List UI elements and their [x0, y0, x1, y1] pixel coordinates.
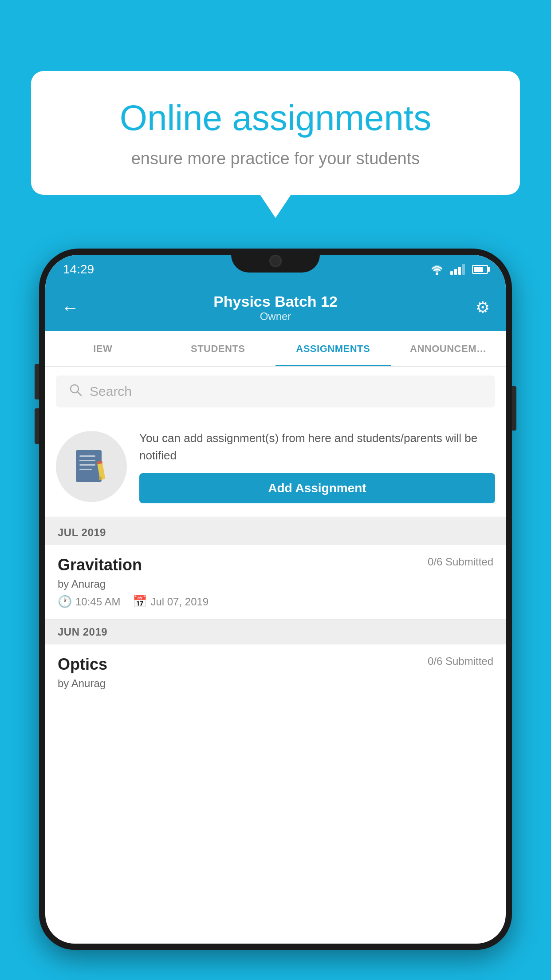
power-button	[512, 386, 516, 431]
notebook-circle	[56, 431, 127, 502]
status-icons	[429, 263, 488, 276]
assignment-author-optics: by Anurag	[58, 677, 493, 690]
speech-bubble: Online assignments ensure more practice …	[31, 71, 520, 195]
svg-point-0	[436, 273, 438, 275]
section-header-jul: JUL 2019	[45, 520, 506, 545]
tabs-bar: IEW STUDENTS ASSIGNMENTS ANNOUNCEM…	[45, 331, 506, 367]
header-title: Physics Batch 12	[213, 293, 338, 310]
assignment-top-optics: Optics 0/6 Submitted	[58, 655, 493, 674]
svg-rect-7	[79, 469, 92, 470]
phone-mockup: 14:29	[39, 249, 512, 980]
clock-icon: 🕐	[58, 595, 72, 609]
calendar-icon: 📅	[133, 595, 147, 609]
section-header-jun: JUN 2019	[45, 620, 506, 644]
assignment-time: 10:45 AM	[75, 596, 120, 608]
tab-announcements[interactable]: ANNOUNCEM…	[391, 331, 506, 366]
promo-section: Online assignments ensure more practice …	[31, 71, 520, 195]
submitted-count-optics: 0/6 Submitted	[428, 655, 493, 668]
status-time: 14:29	[63, 262, 94, 277]
add-assignment-button[interactable]: Add Assignment	[139, 473, 495, 503]
phone-outer: 14:29	[39, 249, 512, 950]
tab-iew[interactable]: IEW	[45, 331, 161, 366]
header-subtitle: Owner	[213, 310, 338, 323]
tab-assignments[interactable]: ASSIGNMENTS	[276, 331, 391, 366]
submitted-count: 0/6 Submitted	[428, 556, 493, 568]
header-center: Physics Batch 12 Owner	[213, 293, 338, 323]
app-header: ← Physics Batch 12 Owner ⚙	[45, 284, 506, 331]
phone-notch	[231, 249, 320, 273]
battery-icon	[472, 265, 488, 274]
search-container: Search	[45, 367, 506, 416]
add-assignment-description: You can add assignment(s) from here and …	[139, 430, 495, 464]
assignment-top: Gravitation 0/6 Submitted	[58, 556, 493, 574]
svg-rect-4	[79, 455, 95, 457]
signal-icon	[450, 264, 465, 275]
search-bar[interactable]: Search	[56, 375, 495, 407]
settings-icon[interactable]: ⚙	[476, 298, 490, 317]
search-icon	[68, 383, 83, 400]
assignment-gravitation[interactable]: Gravitation 0/6 Submitted by Anurag 🕐 10…	[45, 545, 506, 620]
notebook-icon	[71, 447, 111, 486]
search-placeholder: Search	[90, 384, 132, 399]
tab-students[interactable]: STUDENTS	[161, 331, 276, 366]
assignment-date: Jul 07, 2019	[150, 596, 209, 608]
assignment-name: Gravitation	[58, 556, 142, 574]
svg-rect-6	[79, 464, 95, 466]
time-meta: 🕐 10:45 AM	[58, 595, 120, 609]
add-assignment-content: You can add assignment(s) from here and …	[139, 430, 495, 503]
svg-line-2	[78, 392, 81, 395]
svg-rect-5	[79, 460, 95, 461]
assignment-name-optics: Optics	[58, 655, 107, 674]
add-assignment-section: You can add assignment(s) from here and …	[45, 416, 506, 520]
assignment-author: by Anurag	[58, 578, 493, 590]
phone-screen: 14:29	[45, 255, 506, 944]
promo-title: Online assignments	[62, 98, 489, 138]
date-meta: 📅 Jul 07, 2019	[133, 595, 209, 609]
assignment-optics[interactable]: Optics 0/6 Submitted by Anurag	[45, 644, 506, 705]
phone-camera	[269, 255, 282, 267]
assignment-meta: 🕐 10:45 AM 📅 Jul 07, 2019	[58, 595, 493, 609]
volume-down-button	[35, 408, 39, 444]
back-button[interactable]: ←	[61, 298, 79, 318]
wifi-icon	[429, 263, 445, 276]
promo-subtitle: ensure more practice for your students	[62, 149, 489, 168]
volume-up-button	[35, 364, 39, 399]
